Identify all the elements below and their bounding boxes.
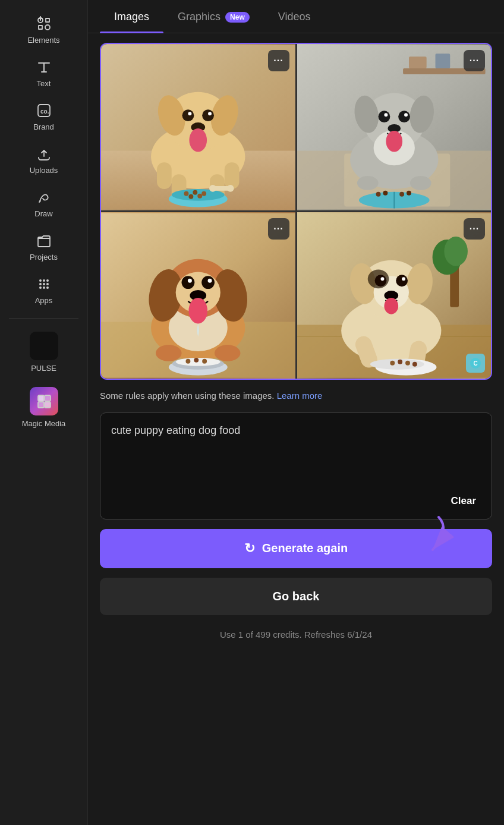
sidebar-item-magic-media-label: Magic Media (22, 419, 66, 428)
svg-text:C: C (473, 360, 477, 367)
sidebar-item-text[interactable]: Text (8, 53, 80, 94)
svg-rect-46 (435, 53, 450, 68)
svg-point-39 (197, 194, 202, 199)
rules-text: Some rules apply when using these images… (100, 389, 492, 403)
more-button-2[interactable]: ··· (464, 50, 485, 71)
image-cell-2[interactable]: ··· (297, 44, 492, 210)
go-back-button[interactable]: Go back (100, 578, 492, 615)
svg-point-77 (201, 276, 215, 289)
svg-point-7 (39, 283, 42, 285)
svg-point-87 (185, 359, 190, 364)
apps-icon (36, 276, 52, 292)
svg-point-11 (43, 286, 45, 289)
sidebar-item-apps[interactable]: Apps (8, 270, 80, 311)
svg-point-26 (208, 112, 212, 115)
elements-icon (36, 15, 52, 32)
sidebar-item-uploads[interactable]: Uploads (8, 140, 80, 181)
svg-point-36 (193, 190, 197, 195)
svg-point-4 (39, 279, 42, 282)
svg-point-5 (43, 279, 45, 282)
svg-point-41 (209, 185, 216, 192)
tabs-container: Images Graphics New Videos (88, 0, 504, 33)
svg-point-114 (405, 361, 410, 366)
svg-rect-14 (45, 395, 51, 401)
svg-point-56 (384, 113, 388, 116)
sidebar-item-brand[interactable]: co. Brand (8, 96, 80, 137)
clear-button[interactable]: Clear (446, 493, 481, 509)
tab-graphics[interactable]: Graphics New (163, 0, 264, 33)
svg-point-28 (189, 128, 207, 152)
svg-point-102 (374, 275, 386, 286)
main-content: Images Graphics New Videos (88, 0, 504, 825)
search-box[interactable]: cute puppy eating dog food Clear (100, 413, 492, 519)
tab-graphics-label: Graphics (178, 11, 220, 23)
svg-point-66 (399, 192, 404, 197)
svg-point-81 (188, 298, 207, 324)
tab-videos[interactable]: Videos (264, 0, 325, 33)
sidebar-item-pulse[interactable]: PULSE (8, 326, 80, 379)
more-button-1[interactable]: ··· (268, 50, 289, 71)
learn-more-link[interactable]: Learn more (277, 391, 323, 401)
svg-point-12 (46, 286, 49, 289)
svg-point-89 (202, 359, 207, 364)
image-cell-3[interactable]: ··· (101, 212, 295, 379)
sidebar-item-uploads-label: Uploads (30, 166, 58, 175)
svg-point-6 (46, 279, 49, 282)
reload-icon: ↻ (244, 541, 255, 556)
sidebar-item-elements[interactable]: Elements (8, 10, 80, 51)
svg-point-25 (188, 112, 191, 115)
svg-point-57 (404, 113, 408, 116)
svg-point-60 (357, 176, 378, 190)
svg-point-83 (215, 345, 241, 361)
svg-point-104 (380, 277, 384, 281)
tab-videos-label: Videos (278, 11, 311, 23)
svg-point-76 (182, 276, 195, 289)
svg-point-103 (396, 275, 408, 286)
puppy-image-3 (101, 212, 295, 379)
puppy-image-1 (101, 44, 295, 210)
svg-point-82 (156, 345, 182, 361)
svg-point-113 (398, 360, 402, 364)
sidebar-item-elements-label: Elements (27, 36, 59, 45)
more-button-4[interactable]: ··· (464, 218, 485, 240)
search-query-text: cute puppy eating dog food (111, 423, 481, 439)
sidebar: Elements Text co. Brand Uploads (0, 0, 88, 825)
image-cell-1[interactable]: ··· (101, 44, 295, 210)
svg-point-55 (398, 111, 410, 122)
svg-point-115 (412, 362, 417, 367)
sidebar-item-projects-label: Projects (30, 253, 58, 262)
sidebar-item-projects[interactable]: Projects (8, 226, 80, 267)
svg-point-59 (386, 131, 402, 152)
more-button-3[interactable]: ··· (268, 218, 289, 240)
tab-graphics-badge: New (225, 12, 250, 23)
tab-images-label: Images (114, 11, 149, 23)
magic-media-icon (30, 387, 58, 415)
puppy-image-4 (297, 212, 492, 379)
svg-point-67 (407, 191, 411, 196)
draw-icon (36, 189, 52, 206)
svg-point-79 (208, 279, 212, 283)
svg-point-9 (46, 283, 49, 285)
svg-rect-45 (408, 56, 426, 68)
svg-point-93 (444, 237, 468, 266)
svg-point-23 (182, 109, 194, 121)
generate-again-label: Generate again (262, 541, 348, 555)
tab-images[interactable]: Images (100, 0, 163, 33)
svg-point-112 (390, 361, 395, 366)
image-grid: ··· (100, 43, 492, 380)
svg-point-65 (383, 191, 388, 196)
svg-point-1 (45, 25, 50, 30)
generate-again-button[interactable]: ↻ Generate again (100, 529, 492, 568)
sidebar-item-brand-label: Brand (33, 122, 54, 131)
svg-point-78 (188, 279, 192, 283)
sidebar-item-pulse-label: PULSE (31, 364, 56, 373)
svg-rect-32 (225, 162, 240, 189)
svg-rect-15 (38, 402, 44, 408)
sidebar-item-draw[interactable]: Draw (8, 183, 80, 224)
sidebar-item-magic-media[interactable]: Magic Media (8, 381, 80, 434)
canva-badge: C (466, 354, 485, 373)
sidebar-divider (9, 318, 79, 319)
uploads-icon (36, 146, 52, 162)
projects-icon (36, 232, 52, 249)
image-cell-4[interactable]: ··· C (297, 212, 492, 379)
